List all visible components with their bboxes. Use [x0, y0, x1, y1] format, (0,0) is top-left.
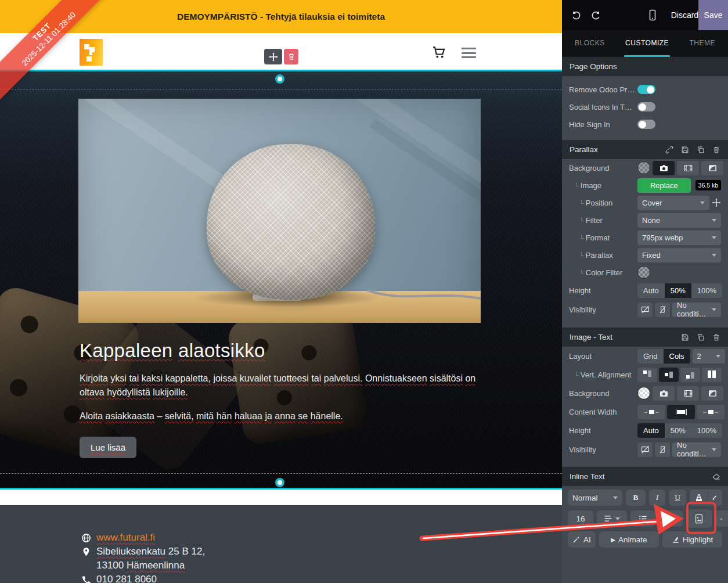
- align-stretch-icon: [708, 370, 716, 379]
- mobile-preview-icon[interactable]: [642, 9, 662, 21]
- parallax-dropdown[interactable]: Fixed: [637, 248, 721, 262]
- align-top-button[interactable]: [637, 368, 657, 382]
- desktop-slash-icon: [641, 445, 650, 454]
- font-color-button[interactable]: A: [690, 490, 722, 506]
- format-dropdown[interactable]: 795px webp: [637, 231, 721, 245]
- background-shape-button[interactable]: [701, 161, 723, 175]
- height-50-option[interactable]: 50%: [665, 423, 691, 438]
- reposition-icon[interactable]: [712, 198, 721, 207]
- hide-desktop-button[interactable]: [637, 303, 653, 317]
- insert-media-button[interactable]: [686, 509, 712, 528]
- trash-icon[interactable]: [712, 333, 720, 341]
- footer-website-link[interactable]: www.futural.fi: [96, 532, 155, 544]
- background-video-button[interactable]: [677, 386, 699, 401]
- background-color-swatch[interactable]: [637, 387, 650, 400]
- height-100-option[interactable]: 100%: [691, 283, 722, 298]
- hamburger-menu-icon[interactable]: [462, 48, 476, 58]
- redo-icon[interactable]: [586, 10, 606, 20]
- background-color-swatch[interactable]: [637, 161, 650, 174]
- social-icons-toggle[interactable]: [637, 102, 655, 111]
- background-video-button[interactable]: [677, 161, 699, 175]
- filter-dropdown[interactable]: None: [637, 213, 721, 228]
- drag-section-button[interactable]: [264, 49, 282, 64]
- hide-signin-toggle[interactable]: [637, 120, 655, 129]
- duplicate-icon[interactable]: [697, 146, 705, 154]
- color-filter-row: Color Filter: [562, 264, 728, 281]
- save-snippet-icon[interactable]: [681, 333, 689, 341]
- content-width-medium-button[interactable]: [667, 405, 695, 419]
- layout-grid-option[interactable]: Grid: [637, 349, 664, 364]
- align-middle-button[interactable]: [659, 368, 679, 382]
- trash-icon[interactable]: [712, 146, 720, 154]
- align-top-icon: [643, 370, 651, 379]
- hero-text-block: Kappaleen alaotsikko Kirjoita yksi tai k…: [80, 340, 486, 458]
- read-more-button[interactable]: Lue lisää: [80, 437, 136, 458]
- text-toolbar-row2: 16: [562, 509, 728, 528]
- align-bottom-button[interactable]: [680, 368, 700, 382]
- speaker-product-photo[interactable]: [78, 99, 481, 323]
- animate-button[interactable]: ▶ Animate: [599, 531, 659, 548]
- vert-alignment-row: Vert. Alignment: [562, 365, 728, 384]
- anchor-link-icon[interactable]: [665, 146, 673, 154]
- filter-row: Filter None: [562, 211, 728, 229]
- section-edit-buttons: [264, 49, 298, 64]
- hero-section: Kappaleen alaotsikko Kirjoita yksi tai k…: [0, 70, 562, 490]
- height-auto-option[interactable]: Auto: [637, 423, 665, 438]
- delete-section-button[interactable]: [284, 49, 298, 64]
- background-image-button[interactable]: [653, 386, 675, 401]
- image-text-section-header: Image - Text: [562, 328, 728, 347]
- visibility-condition-dropdown[interactable]: No conditi…: [672, 303, 721, 317]
- font-size-field[interactable]: 16: [568, 510, 593, 527]
- list-button[interactable]: [630, 510, 655, 527]
- bold-button[interactable]: B: [626, 490, 646, 506]
- position-dropdown[interactable]: Cover: [637, 196, 709, 210]
- hide-desktop-button[interactable]: [637, 442, 653, 457]
- background-image-button[interactable]: [653, 161, 675, 175]
- underline-button[interactable]: U: [669, 490, 686, 506]
- italic-button[interactable]: I: [649, 490, 665, 506]
- ai-button[interactable]: AI: [568, 531, 596, 548]
- text-align-dropdown[interactable]: [597, 510, 627, 527]
- background-shape-button[interactable]: [701, 386, 723, 401]
- unlink-button[interactable]: [715, 510, 728, 527]
- hide-mobile-button[interactable]: [655, 442, 670, 457]
- remove-odoo-toggle[interactable]: [637, 85, 655, 94]
- undo-icon[interactable]: [565, 10, 586, 20]
- link-button[interactable]: [658, 510, 683, 527]
- width-medium-icon: [676, 409, 687, 415]
- content-width-narrow-button[interactable]: →←: [637, 405, 665, 419]
- section-resize-handle-bottom[interactable]: [275, 478, 284, 487]
- tab-blocks[interactable]: BLOCKS: [574, 30, 606, 57]
- parallax-section-header: Parallax: [562, 140, 728, 159]
- height-50-option[interactable]: 50%: [665, 283, 691, 298]
- align-stretch-button[interactable]: [702, 368, 722, 382]
- replace-image-button[interactable]: Replace: [637, 178, 691, 193]
- background-row: Background: [562, 159, 728, 177]
- hero-heading[interactable]: Kappaleen alaotsikko: [80, 340, 486, 362]
- futural-logo[interactable]: [80, 39, 103, 66]
- text-style-dropdown[interactable]: Normal: [568, 490, 622, 506]
- section-resize-handle-top[interactable]: [275, 74, 284, 84]
- tab-customize[interactable]: CUSTOMIZE: [624, 30, 670, 57]
- tab-theme[interactable]: THEME: [688, 30, 716, 57]
- site-header: [0, 33, 562, 70]
- hero-paragraph-2[interactable]: Aloita asiakkaasta – selvitä, mitä hän h…: [80, 409, 486, 423]
- height-100-option[interactable]: 100%: [691, 423, 722, 438]
- website-editor-panel: Discard Save BLOCKS CUSTOMIZE THEME Page…: [562, 0, 728, 583]
- discard-button[interactable]: Discard: [671, 10, 698, 20]
- color-filter-swatch[interactable]: [637, 266, 650, 279]
- save-button[interactable]: Save: [698, 0, 728, 30]
- layout-cols-option[interactable]: Cols: [664, 349, 690, 364]
- hide-mobile-button[interactable]: [655, 303, 670, 317]
- duplicate-icon[interactable]: [697, 333, 705, 341]
- save-snippet-icon[interactable]: [681, 146, 689, 154]
- highlight-button[interactable]: Highlight: [662, 531, 722, 548]
- columns-count-dropdown[interactable]: 2: [693, 349, 725, 364]
- eraser-icon[interactable]: [712, 473, 720, 481]
- hero-paragraph-1[interactable]: Kirjoita yksi tai kaksi kappaletta, jois…: [80, 372, 486, 400]
- height-auto-option[interactable]: Auto: [637, 283, 665, 298]
- cart-icon[interactable]: [432, 46, 447, 59]
- visibility-condition-dropdown[interactable]: No conditi…: [672, 442, 721, 457]
- highlighter-icon: [672, 535, 680, 544]
- content-width-full-button[interactable]: ←→: [697, 405, 725, 419]
